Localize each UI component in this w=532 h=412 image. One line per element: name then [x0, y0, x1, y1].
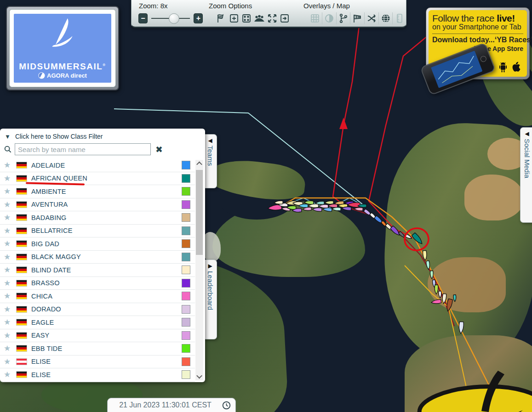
team-row[interactable]: ★ AMBIENTE — [0, 185, 195, 198]
favorite-star-icon[interactable]: ★ — [4, 200, 12, 209]
timeline-bar[interactable]: 21 Jun 2023 11:30:01 CEST — [107, 398, 236, 412]
team-name: BRASSO — [31, 279, 177, 287]
team-row[interactable]: ★ ELISE — [0, 368, 195, 382]
banner-headline: Follow the race live! — [432, 13, 523, 24]
zoom-slider[interactable] — [151, 13, 190, 23]
team-row[interactable]: ★ BIG DAD — [0, 237, 195, 251]
boat-marker[interactable] — [274, 201, 283, 204]
globe-icon[interactable] — [379, 12, 392, 25]
windsock-icon[interactable] — [351, 12, 364, 25]
team-row[interactable]: ★ BLIND DATE — [0, 264, 195, 277]
favorite-star-icon[interactable]: ★ — [4, 252, 12, 262]
team-row[interactable]: ★ EMMA — [0, 382, 195, 383]
team-row[interactable]: ★ BRASSO — [0, 277, 195, 290]
boat-marker[interactable] — [312, 208, 322, 212]
favorite-star-icon[interactable]: ★ — [4, 344, 12, 353]
favorite-star-icon[interactable]: ★ — [4, 160, 12, 170]
team-row[interactable]: ★ ADELAIDE — [0, 159, 195, 172]
tab-social-media[interactable]: ◀ Social Media — [520, 127, 532, 223]
team-row[interactable]: ★ BLACK MAGGY — [0, 251, 195, 264]
grid-overlay-icon[interactable] — [309, 12, 322, 25]
team-name: AFRICAN QUEEN — [31, 175, 177, 182]
favorite-star-icon[interactable]: ★ — [4, 239, 12, 248]
class-filter-label[interactable]: Click here to Show Class Filter — [15, 133, 103, 140]
team-color-swatch — [182, 265, 190, 274]
boat-marker[interactable] — [328, 204, 338, 208]
country-flag-icon — [16, 319, 27, 326]
favorite-star-icon[interactable]: ★ — [4, 278, 12, 288]
team-name: ELISE — [31, 371, 177, 378]
fit-extents-icon[interactable] — [266, 12, 279, 25]
favorite-star-icon[interactable]: ★ — [4, 317, 12, 327]
zoom-fleet-dots-icon[interactable] — [240, 12, 253, 25]
favorite-star-icon[interactable]: ★ — [4, 305, 12, 314]
country-flag-icon — [16, 266, 27, 273]
team-name: BELLATRICE — [31, 227, 177, 234]
event-logo — [412, 370, 532, 412]
boat-marker[interactable] — [458, 322, 464, 333]
country-flag-icon — [16, 214, 27, 221]
scrollbar-thumb[interactable] — [196, 170, 203, 255]
ruler-icon[interactable] — [393, 12, 406, 25]
team-row[interactable]: ★ EBB TIDE — [0, 342, 195, 356]
favorite-star-icon[interactable]: ★ — [4, 331, 12, 340]
favorite-star-icon[interactable]: ★ — [4, 291, 12, 301]
team-row[interactable]: ★ EAGLE — [0, 316, 195, 329]
boat-marker[interactable] — [431, 299, 441, 304]
favorite-star-icon[interactable]: ★ — [4, 370, 12, 379]
finish-flag-icon[interactable] — [215, 12, 228, 25]
team-row[interactable]: ★ CHICA — [0, 290, 195, 303]
team-row[interactable]: ★ AVENTURA — [0, 198, 195, 212]
app-promo-banner[interactable]: Follow the race live! on your Smartphone… — [426, 7, 530, 79]
favorite-star-icon[interactable]: ★ — [4, 186, 12, 196]
event-logo-panel[interactable]: MIDSUMMERSAIL® AGORA direct — [6, 6, 119, 90]
favorite-star-icon[interactable]: ★ — [4, 213, 12, 222]
sail-icon — [35, 16, 90, 54]
team-row[interactable]: ★ ELISE — [0, 356, 195, 369]
zoom-out-button[interactable]: − — [138, 13, 148, 23]
country-flag-icon — [16, 332, 27, 339]
boat-marker[interactable] — [430, 271, 433, 279]
boat-marker[interactable] — [453, 295, 456, 302]
team-row[interactable]: ★ BADABING — [0, 211, 195, 225]
pan-arrow-box-icon[interactable] — [279, 12, 292, 25]
boat-marker[interactable] — [325, 201, 333, 204]
boat-marker[interactable] — [439, 291, 441, 298]
filter-expand-triangle-icon[interactable]: ▼ — [5, 133, 11, 140]
team-name: EAGLE — [31, 319, 177, 326]
tab-leaderboard[interactable]: ▶ Leaderboard — [204, 260, 217, 339]
route-branch-icon[interactable] — [337, 12, 350, 25]
favorite-star-icon[interactable]: ★ — [4, 265, 12, 275]
search-input[interactable] — [15, 143, 151, 155]
team-name: ADELAIDE — [31, 162, 177, 169]
favorite-star-icon[interactable]: ★ — [4, 226, 12, 236]
zoom-in-button[interactable]: + — [194, 13, 203, 23]
clear-search-icon[interactable]: ✖ — [155, 144, 163, 155]
scroll-up-button[interactable] — [195, 160, 203, 168]
collapse-left-icon: ◀ — [525, 131, 529, 136]
team-list-scrollbar[interactable] — [195, 160, 203, 380]
zoom-level-label: Zoom: 8x — [139, 2, 168, 10]
favorite-star-icon[interactable]: ★ — [4, 174, 12, 183]
team-row[interactable]: ★ BELLATRICE — [0, 225, 195, 238]
team-color-swatch — [182, 161, 190, 169]
team-row[interactable]: ★ EASY — [0, 329, 195, 343]
zoom-slider-knob[interactable] — [169, 13, 179, 24]
team-name: EBB TIDE — [31, 345, 177, 352]
teams-people-icon[interactable] — [253, 12, 266, 25]
clock-icon[interactable] — [222, 401, 231, 410]
tab-teams[interactable]: ◀ Teams — [204, 134, 217, 188]
country-flag-icon — [16, 371, 27, 378]
scroll-down-button[interactable] — [195, 372, 203, 380]
boat-marker[interactable] — [435, 285, 438, 294]
team-name: ELISE — [31, 358, 177, 365]
country-flag-icon — [16, 280, 27, 287]
class-filter-toggle[interactable]: ▼ Click here to Show Class Filter — [0, 129, 205, 142]
team-row[interactable]: ★ AFRICAN QUEEN — [0, 172, 195, 186]
contrast-icon[interactable] — [323, 12, 336, 25]
zoom-box-icon[interactable] — [228, 12, 240, 25]
track-line — [333, 0, 362, 208]
shuffle-arrows-icon[interactable] — [365, 12, 378, 25]
team-row[interactable]: ★ DORADO — [0, 303, 195, 316]
favorite-star-icon[interactable]: ★ — [4, 357, 12, 367]
